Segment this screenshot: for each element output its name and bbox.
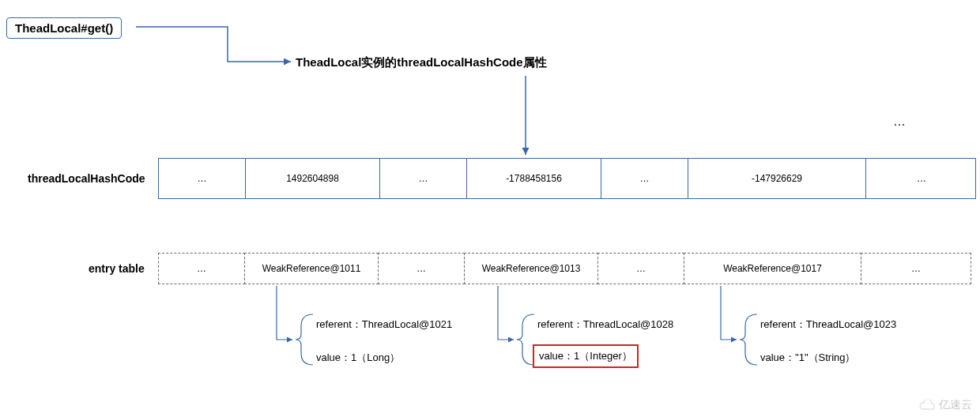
watermark: 亿速云	[918, 398, 972, 412]
watermark-text: 亿速云	[939, 398, 972, 412]
detail-2-value-text: value：1（Integer）	[533, 344, 639, 368]
detail-2-referent: referent：ThreadLocal@1028	[537, 317, 673, 332]
detail-1-value: value：1（Long）	[316, 351, 400, 365]
detail-3-value: value："1"（String）	[760, 351, 856, 365]
connector-entry-to-detail-1	[0, 0, 980, 371]
cloud-icon	[918, 400, 936, 411]
detail-2-value: value：1（Integer）	[533, 344, 639, 368]
detail-1-referent: referent：ThreadLocal@1021	[316, 317, 452, 332]
detail-3-referent: referent：ThreadLocal@1023	[760, 317, 896, 332]
